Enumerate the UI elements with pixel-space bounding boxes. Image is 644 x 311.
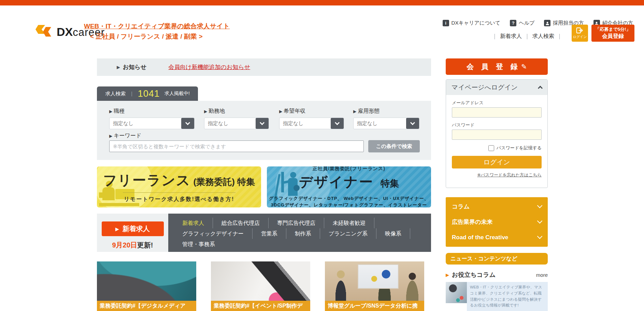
- location-select[interactable]: 指定なし: [204, 118, 269, 129]
- remember-password-label: パスワードを記憶する: [497, 145, 542, 151]
- chevron-up-icon: [538, 86, 543, 91]
- useful-column-title: お役立ちコラム: [452, 271, 496, 279]
- category-link[interactable]: 営業系: [253, 228, 286, 239]
- person-icon: [544, 20, 550, 26]
- new-jobs-left: ▶ 新着求人 9月20日更新!: [97, 214, 168, 252]
- job-card-list: 業務委託契約#【デジタルメディア 業務委託契約#【イベント/SP制作デ 博報堂グ…: [97, 261, 431, 311]
- filter-label-text: 勤務地: [209, 108, 225, 115]
- useful-column-more-link[interactable]: more: [536, 272, 548, 278]
- freelance-feature-banner[interactable]: フリーランス (業務委託) 特集 リモートワーク求人多数!選べる働き方!: [97, 166, 261, 207]
- topbar-link-help[interactable]: ? ヘルプ: [510, 20, 534, 26]
- employment-type-select[interactable]: 指定なし: [353, 118, 419, 129]
- job-card[interactable]: 業務委託契約#【イベント/SP制作デ: [211, 261, 310, 311]
- category-link-new-jobs[interactable]: 新着求人: [174, 218, 213, 228]
- category-link[interactable]: 総合広告代理店: [213, 218, 269, 228]
- filter-location: ▶勤務地 指定なし: [204, 108, 269, 129]
- feature-banners: フリーランス (業務委託) 特集 リモートワーク求人多数!選べる働き方! 正社員…: [97, 166, 431, 207]
- useful-column-content[interactable]: WEB・IT・クリエイティブ業界や、マスコミ業界、クリエイティブ系など、転職活動…: [446, 282, 548, 311]
- mypage-login-button[interactable]: ログイン: [452, 156, 542, 168]
- new-jobs-button[interactable]: ▶ 新着求人: [102, 221, 164, 236]
- job-card[interactable]: 博報堂グループ/SNSデータ分析に携: [325, 261, 424, 311]
- category-link[interactable]: 管理・事務系: [174, 239, 224, 249]
- job-count-suffix: 求人掲載中!: [164, 91, 190, 97]
- category-link[interactable]: 制作系: [286, 228, 320, 239]
- nav-job-search[interactable]: 求人検索: [532, 33, 554, 40]
- sidebar-register-button[interactable]: 会 員 登 録 ✎: [446, 58, 548, 75]
- keyword-input[interactable]: [109, 140, 364, 152]
- page: DXcareer WEB・IT・クリエイティブ業界の総合求人サイト < 正社員 …: [0, 0, 644, 311]
- updated-suffix: 更新!: [137, 241, 153, 249]
- salary-select[interactable]: 指定なし: [279, 118, 344, 129]
- tagline-line1: WEB・IT・クリエイティブ業界の総合求人サイト: [84, 22, 230, 31]
- column-link-label: コラム: [452, 203, 470, 211]
- filter-label-text: 希望年収: [284, 108, 305, 115]
- column-link-road-of-creative[interactable]: Road of the Creative: [446, 230, 548, 245]
- designer-subtitle-line2: 3DCGデザイナー、レタッチャー/フォトグラファー、イラストレーター: [269, 202, 429, 208]
- designer-banner-content: 正社員/業務委託(フリーランス) デザイナー 特集 グラフィックデザイナー・DT…: [267, 166, 431, 207]
- useful-column-description: WEB・IT・クリエイティブ業界や、マスコミ業界、クリエイティブ系など、転職活動…: [467, 282, 548, 311]
- column-link-ad-future[interactable]: 広告業界の未来: [446, 214, 548, 230]
- news-contents-header: ニュース・コンテンツなど: [446, 253, 548, 265]
- select-value: 指定なし: [280, 118, 331, 129]
- help-icon: ?: [510, 20, 516, 26]
- mypage-panel-header[interactable]: マイページへログイン: [446, 80, 547, 95]
- header-nav: 新着求人 求人検索: [489, 33, 565, 40]
- category-link[interactable]: 未経験者歓迎: [324, 218, 374, 228]
- notice-link[interactable]: 会員向け新機能追加のお知らせ: [168, 63, 250, 71]
- chevron-down-icon[interactable]: [406, 118, 419, 129]
- search-submit-button[interactable]: この条件で検索: [368, 140, 420, 152]
- designer-feature-banner[interactable]: 正社員/業務委託(フリーランス) デザイナー 特集 グラフィックデザイナー・DT…: [267, 166, 431, 207]
- triangle-icon: ▶: [279, 109, 282, 114]
- header-register-button[interactable]: 「応募まで5分!」 会員登録: [591, 25, 634, 42]
- triangle-icon: ▶: [117, 65, 120, 70]
- job-card-caption: 業務委託契約#【デジタルメディア: [97, 301, 196, 311]
- select-value: 指定なし: [204, 118, 256, 129]
- job-card-caption: 博報堂グループ/SNSデータ分析に携: [325, 301, 424, 311]
- logo-dx: DX: [57, 25, 73, 38]
- info-icon: i: [443, 20, 449, 26]
- chevron-down-icon: [537, 234, 543, 239]
- remember-password-row: パスワードを記憶する: [452, 145, 542, 151]
- freelance-banner-subtitle: リモートワーク求人多数!選べる働き方!: [124, 196, 234, 203]
- chevron-down-icon[interactable]: [181, 118, 194, 129]
- topbar-link-about[interactable]: i DXキャリアについて: [443, 20, 501, 26]
- filter-label: ▶職種: [109, 108, 195, 115]
- filter-label: ▶勤務地: [204, 108, 269, 115]
- occupation-select[interactable]: 指定なし: [109, 118, 195, 129]
- category-link[interactable]: 専門広告代理店: [269, 218, 324, 228]
- email-field[interactable]: [452, 107, 542, 118]
- login-button[interactable]: ログイン: [572, 25, 588, 42]
- forgot-password-link[interactable]: ※パスワードを忘れた方はこちら: [452, 172, 542, 178]
- new-jobs-section: ▶ 新着求人 9月20日更新! 新着求人 総合広告代理店 専門広告代理店 未経験…: [97, 214, 431, 252]
- filter-salary: ▶希望年収 指定なし: [279, 108, 344, 129]
- password-field[interactable]: [452, 130, 542, 140]
- tab-separator: |: [131, 91, 132, 96]
- tagline-line2: < 正社員 / フリーランス / 派遣 / 副業 >: [84, 32, 230, 41]
- remember-password-checkbox[interactable]: [488, 145, 494, 151]
- select-value: 指定なし: [354, 118, 406, 129]
- mypage-login-panel: マイページへログイン メールアドレス パスワード パスワードを記憶する ログイン…: [446, 79, 548, 188]
- nav-new-jobs[interactable]: 新着求人: [500, 33, 522, 40]
- column-link-column[interactable]: コラム: [446, 199, 548, 214]
- sidebar: 会 員 登 録 ✎ マイページへログイン メールアドレス パスワード パスワード…: [446, 58, 548, 311]
- chevron-down-icon[interactable]: [256, 118, 269, 129]
- help-glyph: ?: [512, 21, 515, 26]
- password-label: パスワード: [452, 122, 542, 128]
- updated-date: 9月20日: [112, 241, 137, 249]
- banner-divider: [123, 192, 235, 193]
- category-link[interactable]: グラフィックデザイナー: [174, 228, 253, 239]
- triangle-icon: ▶: [109, 134, 112, 138]
- job-card[interactable]: 業務委託契約#【デジタルメディア: [97, 261, 196, 311]
- chevron-down-icon: [537, 203, 543, 208]
- category-link[interactable]: プランニング系: [320, 228, 376, 239]
- chevron-down-icon: [537, 218, 543, 224]
- designer-banner-subtitle: グラフィックデザイナー・DTP、 Webデザイナー、UI・UXデザイナー、 3D…: [269, 195, 429, 207]
- main-content: ▶ お知らせ 会員向け新機能追加のお知らせ 求人検索 | 1041 求人掲載中!…: [97, 58, 431, 311]
- category-link[interactable]: 映像系: [376, 228, 410, 239]
- info-glyph: i: [445, 21, 446, 26]
- designer-subtitle-line1: グラフィックデザイナー・DTP、 Webデザイナー、UI・UXデザイナー、: [269, 195, 429, 202]
- filter-occupation: ▶職種 指定なし: [109, 108, 195, 129]
- chevron-down-icon[interactable]: [331, 118, 344, 129]
- keyword-label-text: キーワード: [114, 132, 141, 139]
- triangle-icon: ▶: [204, 109, 207, 114]
